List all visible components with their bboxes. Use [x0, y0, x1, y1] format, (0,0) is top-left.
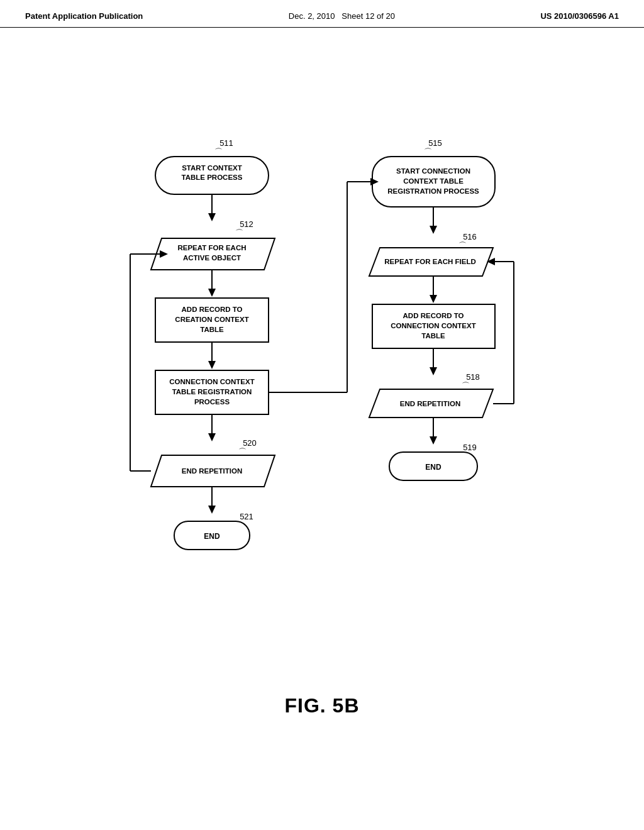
svg-text:END REPETITION: END REPETITION — [182, 467, 242, 475]
label-518: 518 — [466, 372, 480, 382]
diagram-area: 511 ⌒ START CONTEXT TABLE PROCESS 512 ⌒ … — [0, 28, 644, 743]
svg-text:ADD RECORD TO: ADD RECORD TO — [403, 312, 464, 319]
svg-text:TABLE PROCESS: TABLE PROCESS — [182, 174, 243, 181]
header-left: Patent Application Publication — [25, 11, 143, 21]
svg-text:START CONTEXT: START CONTEXT — [182, 164, 242, 172]
svg-text:CREATION CONTEXT: CREATION CONTEXT — [175, 316, 248, 323]
arrowhead-511-512 — [208, 213, 216, 221]
label-520: 520 — [243, 438, 257, 448]
label-515: 515 — [428, 138, 442, 148]
svg-text:TABLE: TABLE — [421, 332, 445, 340]
arrowhead-520-521 — [208, 506, 216, 514]
arrowhead-517-518 — [430, 367, 437, 375]
arrowhead-513-514 — [208, 361, 216, 369]
svg-text:ADD RECORD TO: ADD RECORD TO — [182, 306, 243, 313]
svg-text:ACTIVE OBJECT: ACTIVE OBJECT — [183, 254, 241, 262]
label-516: 516 — [463, 232, 477, 241]
svg-text:REPEAT FOR EACH: REPEAT FOR EACH — [177, 244, 246, 252]
svg-text:REPEAT FOR EACH FIELD: REPEAT FOR EACH FIELD — [384, 258, 475, 265]
svg-text:CONTEXT TABLE: CONTEXT TABLE — [403, 177, 464, 185]
label-521: 521 — [240, 512, 253, 521]
arrowhead-512-513 — [208, 289, 216, 297]
svg-text:PROCESS: PROCESS — [194, 398, 230, 406]
publication-date: Dec. 2, 2010 — [289, 11, 335, 21]
svg-text:REGISTRATION PROCESS: REGISTRATION PROCESS — [387, 187, 479, 195]
svg-text:CONNECTION CONTEXT: CONNECTION CONTEXT — [391, 322, 475, 329]
arrowhead-518-519 — [430, 436, 437, 445]
svg-text:⌒: ⌒ — [424, 147, 432, 157]
svg-text:TABLE: TABLE — [200, 326, 224, 333]
label-519: 519 — [463, 443, 477, 452]
page-header: Patent Application Publication Dec. 2, 2… — [0, 0, 644, 28]
sheet-info: Sheet 12 of 20 — [341, 11, 395, 21]
svg-text:⌒: ⌒ — [235, 228, 243, 238]
arrowhead-516-517 — [430, 295, 437, 303]
arrowhead-515-516 — [430, 226, 437, 234]
header-center: Dec. 2, 2010 Sheet 12 of 20 — [289, 11, 395, 21]
header-right: US 2010/0306596 A1 — [540, 11, 619, 21]
figure-caption: FIG. 5B — [284, 694, 359, 717]
svg-text:⌒: ⌒ — [214, 147, 223, 157]
svg-text:CONNECTION CONTEXT: CONNECTION CONTEXT — [169, 378, 254, 385]
svg-text:END: END — [204, 532, 220, 541]
arrowhead-514-520 — [208, 433, 216, 441]
svg-text:END REPETITION: END REPETITION — [400, 400, 460, 407]
label-511: 511 — [219, 138, 233, 148]
flowchart-svg: 511 ⌒ START CONTEXT TABLE PROCESS 512 ⌒ … — [39, 53, 605, 669]
svg-text:END: END — [425, 463, 441, 472]
svg-text:TABLE REGISTRATION: TABLE REGISTRATION — [172, 388, 252, 396]
label-512: 512 — [240, 219, 253, 229]
svg-text:START CONNECTION: START CONNECTION — [396, 167, 470, 175]
